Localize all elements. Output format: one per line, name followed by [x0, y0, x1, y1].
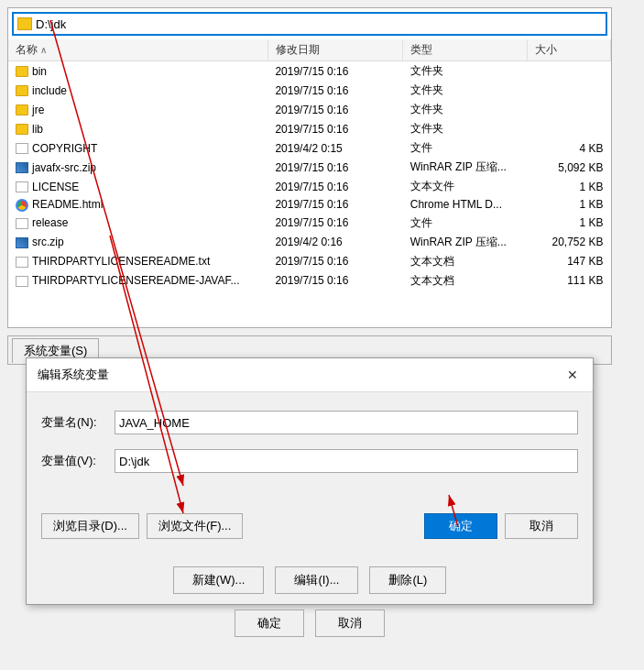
browse-file-button[interactable]: 浏览文件(F)...	[147, 513, 243, 539]
dialog-title: 编辑系统变量	[38, 367, 109, 383]
file-name: LICENSE	[32, 181, 79, 193]
file-kind: 文件夹	[410, 122, 443, 135]
col-header-date[interactable]: 修改日期	[267, 39, 402, 61]
dialog-ok-button[interactable]: 确定	[424, 513, 497, 539]
file-name: release	[32, 216, 68, 229]
file-kind: 文件夹	[410, 83, 443, 96]
file-name: COPYRIGHT	[32, 142, 97, 155]
var-name-input[interactable]	[115, 411, 578, 434]
file-icon	[16, 181, 28, 192]
file-date: 2019/7/15 0:16	[275, 123, 348, 136]
table-row[interactable]: jre 2019/7/15 0:16 文件夹	[8, 100, 611, 119]
var-name-row: 变量名(N):	[41, 411, 578, 434]
file-name: lib	[32, 123, 43, 136]
file-date: 2019/4/2 0:15	[275, 142, 342, 155]
folder-icon	[16, 66, 28, 77]
table-row[interactable]: THIRDPARTYLICENSEREADME.txt 2019/7/15 0:…	[8, 252, 611, 271]
table-row[interactable]: javafx-src.zip 2019/7/15 0:16 WinRAR ZIP…	[8, 158, 611, 177]
folder-icon	[16, 85, 28, 96]
file-date: 2019/7/15 0:16	[275, 274, 348, 287]
file-kind: 文本文档	[410, 274, 454, 287]
address-text: D:\jdk	[36, 17, 66, 31]
file-icon	[16, 257, 28, 268]
file-size: 20,752 KB	[551, 236, 603, 248]
file-date: 2019/7/15 0:16	[275, 198, 348, 211]
file-size: 1 KB	[579, 198, 603, 211]
file-name: bin	[32, 65, 47, 78]
file-date: 2019/7/15 0:16	[275, 216, 348, 229]
table-row[interactable]: src.zip 2019/4/2 0:16 WinRAR ZIP 压缩... 2…	[8, 233, 611, 252]
new-button[interactable]: 新建(W)...	[173, 566, 265, 594]
file-name: src.zip	[32, 236, 64, 248]
var-value-label: 变量值(V):	[41, 453, 115, 469]
file-name: jre	[32, 104, 44, 116]
file-name: include	[32, 84, 67, 97]
file-explorer: D:\jdk 名称 ∧ 修改日期 类型 大小 bin 2019/7/15 0:1…	[7, 7, 612, 328]
file-date: 2019/7/15 0:16	[275, 161, 348, 174]
file-size: 5,092 KB	[558, 161, 603, 174]
folder-icon	[16, 124, 28, 135]
dialog-title-bar: 编辑系统变量 ✕	[27, 358, 593, 392]
var-name-label: 变量名(N):	[41, 414, 115, 431]
file-kind: 文件	[410, 216, 432, 229]
action-buttons-row: 新建(W)... 编辑(I)... 删除(L)	[26, 566, 594, 594]
dialog-body: 变量名(N): 变量值(V):	[27, 392, 593, 506]
file-size: 111 KB	[567, 274, 603, 287]
dialog-cancel-button[interactable]: 取消	[505, 513, 578, 539]
dialog-buttons: 浏览目录(D)... 浏览文件(F)... 确定 取消	[27, 513, 593, 539]
bottom-panel: 确定 取消	[7, 610, 612, 637]
col-header-name[interactable]: 名称 ∧	[8, 39, 267, 61]
var-value-input[interactable]	[115, 449, 578, 473]
file-name: javafx-src.zip	[32, 161, 96, 174]
bottom-ok-button[interactable]: 确定	[235, 610, 304, 637]
col-header-size[interactable]: 大小	[528, 39, 611, 61]
table-row[interactable]: release 2019/7/15 0:16 文件 1 KB	[8, 214, 611, 233]
file-kind: 文本文件	[410, 180, 454, 192]
folder-address-icon	[17, 17, 32, 30]
file-date: 2019/7/15 0:16	[275, 84, 348, 97]
table-header-row: 名称 ∧ 修改日期 类型 大小	[8, 39, 611, 61]
dialog-close-button[interactable]: ✕	[563, 366, 582, 384]
table-row[interactable]: bin 2019/7/15 0:16 文件夹	[8, 61, 611, 82]
file-icon	[16, 276, 28, 287]
zip-icon	[16, 162, 28, 173]
file-date: 2019/7/15 0:16	[275, 255, 348, 268]
table-row[interactable]: THIRDPARTYLICENSEREADME-JAVAF... 2019/7/…	[8, 271, 611, 291]
folder-icon	[16, 104, 28, 115]
table-row[interactable]: COPYRIGHT 2019/4/2 0:15 文件 4 KB	[8, 138, 611, 158]
browse-dir-button[interactable]: 浏览目录(D)...	[41, 513, 139, 539]
file-icon	[16, 143, 28, 154]
zip-icon	[16, 237, 28, 248]
file-date: 2019/4/2 0:16	[275, 236, 342, 248]
file-kind: 文件夹	[410, 103, 443, 115]
table-row[interactable]: include 2019/7/15 0:16 文件夹	[8, 81, 611, 100]
file-kind: WinRAR ZIP 压缩...	[410, 236, 507, 248]
file-kind: 文件	[410, 141, 432, 154]
table-row[interactable]: lib 2019/7/15 0:16 文件夹	[8, 119, 611, 138]
address-bar[interactable]: D:\jdk	[12, 12, 607, 36]
sort-arrow: ∧	[40, 45, 47, 55]
chrome-icon	[16, 199, 28, 212]
file-kind: Chrome HTML D...	[410, 198, 502, 211]
bottom-cancel-button[interactable]: 取消	[315, 610, 385, 637]
table-row[interactable]: LICENSE 2019/7/15 0:16 文本文件 1 KB	[8, 177, 611, 196]
file-kind: 文本文档	[410, 255, 454, 268]
file-date: 2019/7/15 0:16	[275, 104, 348, 116]
col-header-type[interactable]: 类型	[403, 39, 528, 61]
file-size: 1 KB	[579, 181, 603, 193]
file-date: 2019/7/15 0:16	[275, 181, 348, 193]
file-name: THIRDPARTYLICENSEREADME.txt	[32, 255, 210, 268]
file-size: 1 KB	[579, 216, 603, 229]
edit-button[interactable]: 编辑(I)...	[275, 566, 358, 594]
table-row[interactable]: README.html 2019/7/15 0:16 Chrome HTML D…	[8, 196, 611, 214]
file-kind: 文件夹	[410, 64, 443, 77]
file-size: 147 KB	[567, 255, 603, 268]
file-icon	[16, 218, 28, 229]
file-size: 4 KB	[579, 142, 603, 155]
file-name: README.html	[32, 198, 103, 211]
delete-button[interactable]: 删除(L)	[369, 566, 446, 594]
file-table: 名称 ∧ 修改日期 类型 大小 bin 2019/7/15 0:16 文件夹 i…	[8, 39, 611, 291]
file-name: THIRDPARTYLICENSEREADME-JAVAF...	[32, 274, 239, 287]
var-value-row: 变量值(V):	[41, 449, 578, 473]
file-date: 2019/7/15 0:16	[275, 65, 348, 78]
